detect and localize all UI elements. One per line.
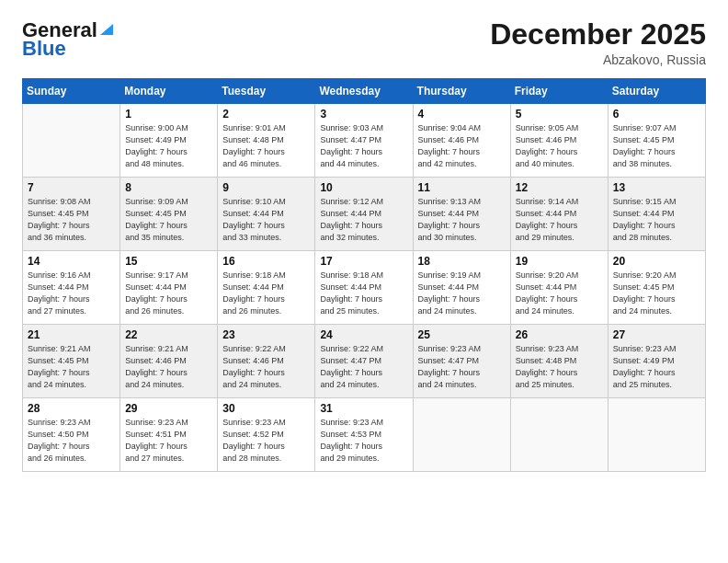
calendar-cell: 3Sunrise: 9:03 AMSunset: 4:47 PMDaylight… — [315, 104, 413, 178]
day-info: Sunrise: 9:09 AMSunset: 4:45 PMDaylight:… — [125, 196, 212, 244]
day-number: 16 — [222, 255, 310, 268]
day-info: Sunrise: 9:21 AMSunset: 4:46 PMDaylight:… — [125, 343, 212, 391]
calendar-cell: 26Sunrise: 9:23 AMSunset: 4:48 PMDayligh… — [510, 325, 608, 398]
calendar-cell: 1Sunrise: 9:00 AMSunset: 4:49 PMDaylight… — [120, 104, 218, 178]
calendar-cell: 6Sunrise: 9:07 AMSunset: 4:45 PMDaylight… — [608, 104, 705, 178]
day-number: 23 — [222, 328, 310, 341]
logo: General Blue — [22, 18, 115, 61]
calendar-cell: 11Sunrise: 9:13 AMSunset: 4:44 PMDayligh… — [413, 178, 510, 251]
day-info: Sunrise: 9:03 AMSunset: 4:47 PMDaylight:… — [320, 122, 407, 170]
calendar-cell: 9Sunrise: 9:10 AMSunset: 4:44 PMDaylight… — [218, 178, 315, 251]
day-number: 8 — [125, 181, 212, 194]
day-info: Sunrise: 9:05 AMSunset: 4:46 PMDaylight:… — [516, 122, 603, 170]
calendar-week-5: 28Sunrise: 9:23 AMSunset: 4:50 PMDayligh… — [23, 398, 706, 472]
calendar-cell: 5Sunrise: 9:05 AMSunset: 4:46 PMDaylight… — [510, 104, 608, 178]
calendar-cell: 27Sunrise: 9:23 AMSunset: 4:49 PMDayligh… — [608, 325, 705, 398]
day-info: Sunrise: 9:18 AMSunset: 4:44 PMDaylight:… — [320, 270, 407, 317]
calendar-week-3: 14Sunrise: 9:16 AMSunset: 4:44 PMDayligh… — [23, 251, 706, 325]
day-info: Sunrise: 9:23 AMSunset: 4:51 PMDaylight:… — [125, 417, 212, 465]
day-number: 22 — [125, 328, 212, 341]
calendar-cell: 4Sunrise: 9:04 AMSunset: 4:46 PMDaylight… — [413, 104, 510, 178]
day-info: Sunrise: 9:20 AMSunset: 4:45 PMDaylight:… — [613, 270, 700, 317]
calendar-cell: 7Sunrise: 9:08 AMSunset: 4:45 PMDaylight… — [23, 178, 120, 251]
day-info: Sunrise: 9:12 AMSunset: 4:44 PMDaylight:… — [320, 196, 407, 244]
day-info: Sunrise: 9:16 AMSunset: 4:44 PMDaylight:… — [28, 270, 115, 317]
calendar-table: SundayMondayTuesdayWednesdayThursdayFrid… — [22, 78, 706, 472]
day-info: Sunrise: 9:18 AMSunset: 4:44 PMDaylight:… — [222, 270, 310, 317]
day-number: 21 — [28, 328, 115, 341]
day-number: 11 — [418, 181, 506, 194]
day-number: 15 — [125, 255, 212, 268]
day-number: 5 — [516, 108, 603, 121]
calendar-cell: 10Sunrise: 9:12 AMSunset: 4:44 PMDayligh… — [315, 178, 413, 251]
calendar-cell: 25Sunrise: 9:23 AMSunset: 4:47 PMDayligh… — [413, 325, 510, 398]
calendar-cell: 19Sunrise: 9:20 AMSunset: 4:44 PMDayligh… — [510, 251, 608, 325]
day-number: 30 — [222, 402, 310, 415]
calendar-cell: 16Sunrise: 9:18 AMSunset: 4:44 PMDayligh… — [218, 251, 315, 325]
logo-blue: Blue — [22, 37, 66, 61]
day-info: Sunrise: 9:14 AMSunset: 4:44 PMDaylight:… — [516, 196, 603, 244]
day-number: 4 — [418, 108, 506, 121]
day-number: 12 — [516, 181, 603, 194]
calendar-cell: 29Sunrise: 9:23 AMSunset: 4:51 PMDayligh… — [120, 398, 218, 472]
calendar-cell: 24Sunrise: 9:22 AMSunset: 4:47 PMDayligh… — [315, 325, 413, 398]
title-area: December 2025 Abzakovo, Russia — [490, 18, 706, 67]
day-info: Sunrise: 9:23 AMSunset: 4:53 PMDaylight:… — [320, 417, 407, 465]
page: General Blue December 2025 Abzakovo, Rus… — [0, 0, 728, 563]
weekday-header-friday: Friday — [510, 79, 608, 104]
day-number: 6 — [613, 108, 700, 121]
day-info: Sunrise: 9:10 AMSunset: 4:44 PMDaylight:… — [222, 196, 310, 244]
calendar-cell — [510, 398, 608, 472]
calendar-cell: 30Sunrise: 9:23 AMSunset: 4:52 PMDayligh… — [218, 398, 315, 472]
calendar-cell: 12Sunrise: 9:14 AMSunset: 4:44 PMDayligh… — [510, 178, 608, 251]
calendar-week-1: 1Sunrise: 9:00 AMSunset: 4:49 PMDaylight… — [23, 104, 706, 178]
day-info: Sunrise: 9:23 AMSunset: 4:50 PMDaylight:… — [28, 417, 115, 465]
weekday-header-sunday: Sunday — [23, 79, 120, 104]
calendar-cell: 2Sunrise: 9:01 AMSunset: 4:48 PMDaylight… — [218, 104, 315, 178]
logo-icon — [98, 20, 115, 37]
day-number: 10 — [320, 181, 407, 194]
calendar-week-4: 21Sunrise: 9:21 AMSunset: 4:45 PMDayligh… — [23, 325, 706, 398]
day-number: 2 — [222, 108, 310, 121]
month-title: December 2025 — [490, 18, 706, 51]
day-number: 28 — [28, 402, 115, 415]
day-info: Sunrise: 9:22 AMSunset: 4:47 PMDaylight:… — [320, 343, 407, 391]
svg-marker-0 — [100, 24, 113, 35]
day-number: 25 — [418, 328, 506, 341]
weekday-header-tuesday: Tuesday — [218, 79, 315, 104]
day-info: Sunrise: 9:21 AMSunset: 4:45 PMDaylight:… — [28, 343, 115, 391]
calendar-cell: 22Sunrise: 9:21 AMSunset: 4:46 PMDayligh… — [120, 325, 218, 398]
calendar-cell — [608, 398, 705, 472]
weekday-header-thursday: Thursday — [413, 79, 510, 104]
day-info: Sunrise: 9:07 AMSunset: 4:45 PMDaylight:… — [613, 122, 700, 170]
day-info: Sunrise: 9:23 AMSunset: 4:49 PMDaylight:… — [613, 343, 700, 391]
calendar-cell: 20Sunrise: 9:20 AMSunset: 4:45 PMDayligh… — [608, 251, 705, 325]
day-info: Sunrise: 9:13 AMSunset: 4:44 PMDaylight:… — [418, 196, 506, 244]
calendar-cell: 8Sunrise: 9:09 AMSunset: 4:45 PMDaylight… — [120, 178, 218, 251]
day-number: 27 — [613, 328, 700, 341]
day-number: 13 — [613, 181, 700, 194]
calendar-cell — [413, 398, 510, 472]
calendar-cell: 14Sunrise: 9:16 AMSunset: 4:44 PMDayligh… — [23, 251, 120, 325]
weekday-header-saturday: Saturday — [608, 79, 705, 104]
day-number: 7 — [28, 181, 115, 194]
weekday-header-monday: Monday — [120, 79, 218, 104]
calendar-cell: 28Sunrise: 9:23 AMSunset: 4:50 PMDayligh… — [23, 398, 120, 472]
day-number: 29 — [125, 402, 212, 415]
day-number: 1 — [125, 108, 212, 121]
calendar-cell: 13Sunrise: 9:15 AMSunset: 4:44 PMDayligh… — [608, 178, 705, 251]
day-number: 9 — [222, 181, 310, 194]
day-number: 14 — [28, 255, 115, 268]
day-info: Sunrise: 9:08 AMSunset: 4:45 PMDaylight:… — [28, 196, 115, 244]
weekday-header-wednesday: Wednesday — [315, 79, 413, 104]
day-info: Sunrise: 9:17 AMSunset: 4:44 PMDaylight:… — [125, 270, 212, 317]
calendar-cell: 15Sunrise: 9:17 AMSunset: 4:44 PMDayligh… — [120, 251, 218, 325]
day-info: Sunrise: 9:23 AMSunset: 4:47 PMDaylight:… — [418, 343, 506, 391]
day-number: 24 — [320, 328, 407, 341]
day-number: 31 — [320, 402, 407, 415]
calendar-cell — [23, 104, 120, 178]
day-info: Sunrise: 9:20 AMSunset: 4:44 PMDaylight:… — [516, 270, 603, 317]
calendar-cell: 17Sunrise: 9:18 AMSunset: 4:44 PMDayligh… — [315, 251, 413, 325]
day-number: 3 — [320, 108, 407, 121]
header-row: SundayMondayTuesdayWednesdayThursdayFrid… — [23, 79, 706, 104]
